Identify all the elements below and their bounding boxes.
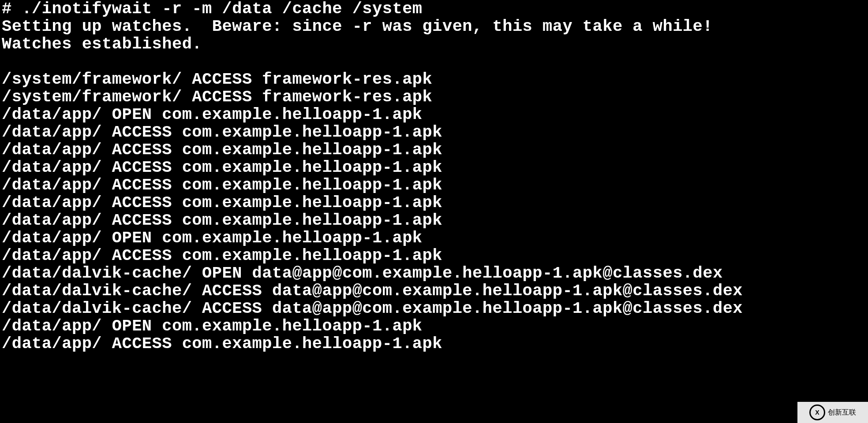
watermark-logo: X 创新互联 — [797, 402, 868, 423]
watermark-logo-icon: X — [809, 404, 825, 420]
watermark-logo-text: 创新互联 — [828, 408, 856, 417]
terminal-output[interactable]: # ./inotifywait -r -m /data /cache /syst… — [0, 0, 868, 352]
